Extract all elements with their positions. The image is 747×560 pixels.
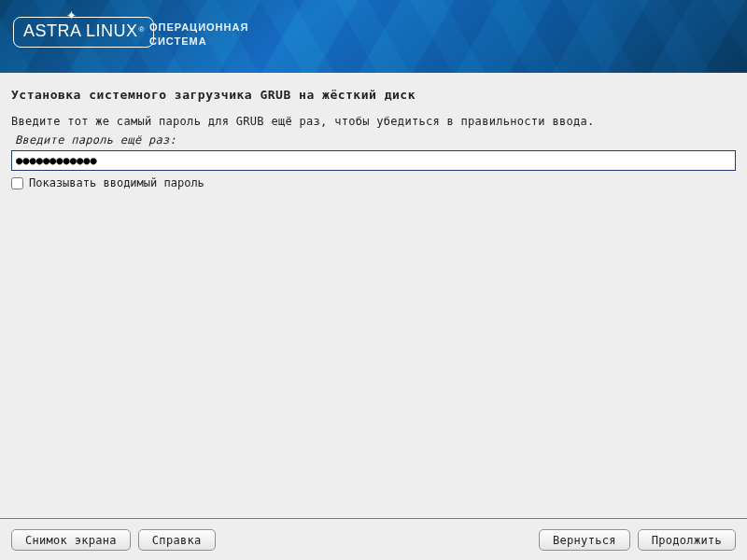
back-button[interactable]: Вернуться <box>539 529 630 551</box>
os-line1: ОПЕРАЦИОННАЯ <box>149 21 248 35</box>
star-icon: ✦ <box>66 9 77 21</box>
show-password-checkbox[interactable] <box>11 177 23 189</box>
show-password-label: Показывать вводимый пароль <box>29 176 204 189</box>
registered-icon: ® <box>139 25 145 34</box>
os-label: ОПЕРАЦИОННАЯ СИСТЕМА <box>149 21 248 49</box>
continue-button[interactable]: Продолжить <box>638 529 736 551</box>
instruction-text: Введите тот же самый пароль для GRUB ещё… <box>11 115 736 128</box>
logo-text: ASTRA LINUX <box>23 21 138 40</box>
screenshot-button[interactable]: Снимок экрана <box>11 529 131 551</box>
logo: ✦ ASTRA LINUX® <box>13 17 154 48</box>
logo-box: ✦ ASTRA LINUX® <box>13 17 154 48</box>
footer: Снимок экрана Справка Вернуться Продолжи… <box>0 518 747 560</box>
password-input[interactable] <box>11 150 736 171</box>
main-panel: Установка системного загрузчика GRUB на … <box>0 73 747 518</box>
os-line2: СИСТЕМА <box>149 35 248 49</box>
help-button[interactable]: Справка <box>138 529 216 551</box>
password-label: Введите пароль ещё раз: <box>15 133 736 147</box>
banner: ✦ ASTRA LINUX® ОПЕРАЦИОННАЯ СИСТЕМА <box>0 0 747 73</box>
show-password-row: Показывать вводимый пароль <box>11 176 736 189</box>
page-title: Установка системного загрузчика GRUB на … <box>11 88 736 102</box>
